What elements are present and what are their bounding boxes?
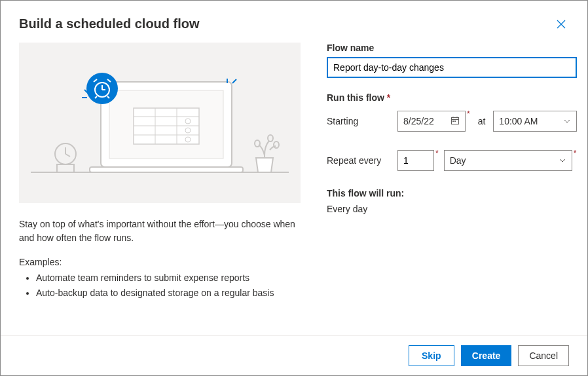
repeat-unit-select[interactable]: Day [444, 150, 572, 171]
required-asterisk: * [467, 109, 470, 119]
flow-name-label: Flow name [327, 43, 577, 53]
dialog-header: Build a scheduled cloud flow [1, 1, 587, 35]
dialog-title: Build a scheduled cloud flow [19, 16, 200, 31]
summary-label: This flow will run: [327, 188, 577, 198]
close-icon [557, 20, 566, 29]
svg-point-33 [268, 135, 273, 141]
flow-illustration [19, 43, 301, 203]
svg-line-29 [65, 154, 70, 157]
repeat-row: Repeat every * Day * [327, 150, 577, 171]
start-date-value: 8/25/22 [403, 116, 434, 126]
required-asterisk: * [435, 149, 439, 158]
calendar-icon [450, 116, 460, 127]
examples-label: Examples: [19, 257, 301, 267]
close-button[interactable] [553, 16, 569, 32]
required-asterisk: * [387, 92, 390, 103]
svg-rect-5 [90, 167, 243, 172]
svg-rect-30 [57, 164, 74, 172]
create-button[interactable]: Create [461, 345, 512, 366]
repeat-label: Repeat every [327, 155, 392, 166]
start-time-value: 10:00 AM [499, 116, 538, 126]
svg-line-18 [232, 79, 236, 83]
starting-label: Starting [327, 116, 392, 126]
svg-rect-39 [454, 121, 456, 122]
start-date-picker[interactable]: 8/25/22 [397, 111, 466, 132]
description-text: Stay on top of what's important without … [19, 217, 301, 245]
summary-value: Every day [327, 204, 577, 214]
dialog-footer: Skip Create Cancel [1, 335, 587, 375]
example-item: Automate team reminders to submit expens… [36, 271, 301, 285]
skip-button[interactable]: Skip [409, 345, 454, 366]
chevron-down-icon [559, 157, 566, 164]
run-this-flow-label: Run this flow * [327, 92, 577, 103]
flow-name-input[interactable] [327, 57, 577, 78]
cancel-button[interactable]: Cancel [518, 345, 569, 366]
chevron-down-icon [563, 117, 571, 125]
repeat-unit-value: Day [450, 155, 466, 166]
right-column: Flow name Run this flow * Starting 8/25/… [327, 35, 577, 322]
svg-rect-38 [452, 121, 454, 122]
svg-point-31 [274, 141, 279, 148]
required-asterisk: * [574, 149, 577, 158]
at-label: at [475, 116, 488, 126]
dialog-body: Stay on top of what's important without … [1, 35, 587, 335]
starting-row: Starting 8/25/22 * at 10:00 A [327, 111, 577, 132]
start-time-select[interactable]: 10:00 AM [493, 111, 577, 132]
repeat-count-input[interactable] [397, 150, 434, 171]
svg-point-32 [255, 140, 260, 147]
scheduled-flow-dialog: Build a scheduled cloud flow [0, 0, 588, 376]
left-column: Stay on top of what's important without … [19, 35, 301, 322]
examples-list: Automate team reminders to submit expens… [36, 271, 301, 300]
example-item: Auto-backup data to designated storage o… [36, 286, 301, 300]
